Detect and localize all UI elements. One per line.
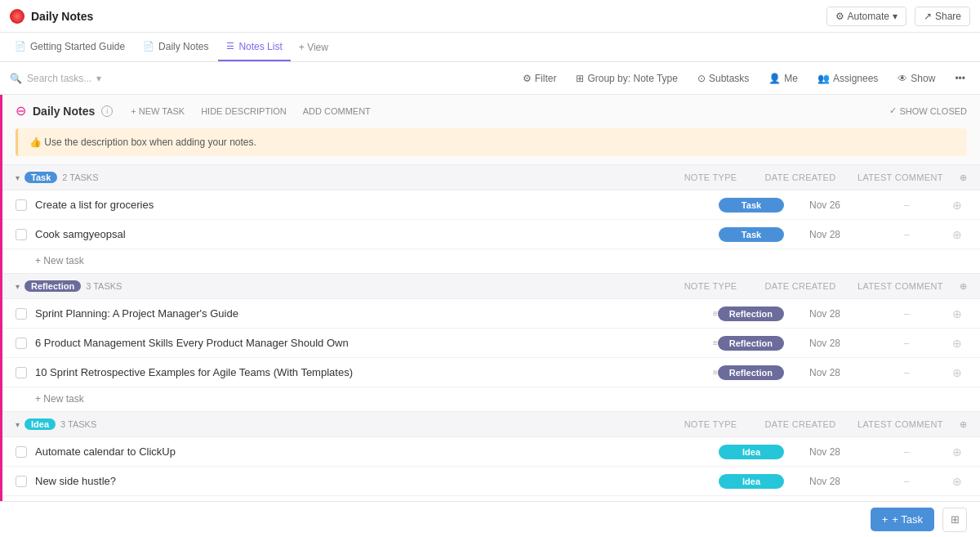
description-box: 👍 Use the description box when adding yo… — [16, 128, 967, 156]
list-header: ⊖ Daily Notes i + NEW TASK HIDE DESCRIPT… — [2, 95, 980, 123]
new-task-action-button[interactable]: + NEW TASK — [126, 105, 189, 118]
task-date-created: Nov 28 — [784, 308, 866, 320]
table-row: Automate calendar to ClickUp Idea Nov 28… — [2, 437, 980, 467]
automate-icon: ⚙ — [835, 11, 844, 22]
new-task-row: + New task — [2, 249, 980, 273]
section-reflection-rows: Sprint Planning: A Project Manager's Gui… — [2, 299, 980, 411]
task-checkbox[interactable] — [16, 229, 27, 240]
new-task-link[interactable]: + New task — [35, 255, 84, 266]
tab-daily-notes[interactable]: 📄 Daily Notes — [135, 33, 216, 61]
task-note-type-badge: Idea — [719, 445, 784, 459]
hide-description-action-button[interactable]: HIDE DESCRIPTION — [196, 105, 292, 118]
tab-label-daily-notes: Daily Notes — [158, 41, 208, 52]
task-name[interactable]: 6 Product Management Skills Every Produc… — [35, 337, 708, 349]
task-add-button[interactable]: ⊕ — [947, 337, 967, 350]
task-note-type-badge: Reflection — [718, 365, 784, 380]
top-bar-right: ⚙ Automate ▾ ↗ Share — [826, 7, 970, 26]
automate-button[interactable]: ⚙ Automate ▾ — [826, 7, 906, 26]
section-reflection-columns: NOTE TYPE DATE CREATED LATEST COMMENT ⊕ — [678, 281, 967, 292]
group-button[interactable]: ⊞ Group by: Note Type — [571, 70, 683, 87]
task-name[interactable]: New side hustle? — [35, 475, 719, 487]
automate-label: Automate — [848, 11, 889, 22]
section-idea-badge: Idea — [24, 418, 56, 430]
task-latest-comment: – — [866, 367, 947, 378]
add-column-reflection-button[interactable]: ⊕ — [960, 281, 967, 292]
section-idea-count: 3 TASKS — [60, 419, 96, 429]
subtasks-button[interactable]: ⊙ Subtasks — [693, 70, 754, 87]
info-icon[interactable]: i — [101, 105, 113, 117]
table-row: 10 Sprint Retrospective Examples for Agi… — [2, 358, 980, 387]
external-link-icon[interactable]: ≡ — [713, 368, 718, 377]
show-label: Show — [911, 73, 935, 84]
task-name[interactable]: Cook samgyeopsal — [35, 228, 719, 240]
section-reflection-count: 3 TASKS — [86, 281, 122, 291]
me-button[interactable]: 👤 Me — [764, 70, 803, 87]
task-checkbox[interactable] — [16, 199, 27, 211]
task-date-created: Nov 28 — [784, 476, 866, 487]
col-date-created-header: DATE CREATED — [760, 172, 841, 182]
task-add-button[interactable]: ⊕ — [947, 366, 967, 379]
task-checkbox[interactable] — [16, 446, 27, 458]
assignees-button[interactable]: 👥 Assignees — [813, 70, 883, 87]
search-placeholder: Search tasks... — [27, 73, 91, 84]
task-note-type-badge: Reflection — [718, 336, 784, 351]
new-task-link[interactable]: + New task — [35, 393, 84, 405]
task-note-type-badge: Idea — [719, 474, 784, 489]
task-name[interactable]: 10 Sprint Retrospective Examples for Agi… — [35, 366, 708, 378]
task-add-button[interactable]: ⊕ — [947, 199, 967, 212]
add-task-icon: + — [882, 513, 889, 526]
add-comment-action-button[interactable]: ADD COMMENT — [298, 105, 376, 118]
toolbar-right: ⚙ Filter ⊞ Group by: Note Type ⊙ Subtask… — [518, 70, 970, 87]
col-note-type-header: NOTE TYPE — [678, 281, 743, 291]
task-latest-comment: – — [866, 476, 947, 487]
add-task-button[interactable]: + + Task — [871, 508, 934, 531]
col-latest-comment-header: LATEST COMMENT — [858, 172, 943, 182]
section-idea-collapse-icon[interactable] — [16, 420, 20, 429]
share-button[interactable]: ↗ Share — [915, 7, 970, 26]
task-name[interactable]: Automate calendar to ClickUp — [35, 445, 719, 458]
external-link-icon[interactable]: ≡ — [713, 338, 718, 347]
task-note-type-badge: Task — [719, 227, 784, 242]
external-link-icon[interactable]: ≡ — [713, 309, 718, 318]
col-note-type-header: NOTE TYPE — [678, 419, 743, 429]
table-row: Sprint Planning: A Project Manager's Gui… — [2, 299, 980, 329]
task-checkbox[interactable] — [16, 308, 27, 320]
section-reflection-header: Reflection 3 TASKS NOTE TYPE DATE CREATE… — [2, 273, 980, 299]
task-add-button[interactable]: ⊕ — [947, 307, 967, 320]
section-task-collapse-icon[interactable] — [16, 173, 20, 182]
assignees-label: Assignees — [833, 73, 878, 84]
add-task-label: + Task — [892, 513, 923, 526]
share-label: Share — [935, 11, 961, 22]
tab-getting-started[interactable]: 📄 Getting Started Guide — [7, 33, 133, 61]
add-view-button[interactable]: + View — [292, 38, 335, 56]
section-reflection-collapse-icon[interactable] — [16, 282, 20, 291]
more-options-button[interactable]: ••• — [950, 70, 970, 87]
task-checkbox[interactable] — [16, 338, 27, 349]
task-add-button[interactable]: ⊕ — [947, 228, 967, 241]
show-closed-button[interactable]: ✓ SHOW CLOSED — [889, 105, 967, 116]
filter-icon: ⚙ — [523, 73, 532, 84]
show-button[interactable]: 👁 Show — [893, 70, 940, 87]
add-column-idea-button[interactable]: ⊕ — [960, 419, 967, 430]
search-area[interactable]: 🔍 Search tasks... ▾ — [10, 73, 101, 84]
task-add-button[interactable]: ⊕ — [947, 445, 967, 459]
filter-button[interactable]: ⚙ Filter — [518, 70, 562, 87]
grid-view-button[interactable]: ⊞ — [942, 508, 967, 532]
tab-notes-list[interactable]: ☰ Notes List — [218, 33, 290, 61]
toolbar: 🔍 Search tasks... ▾ ⚙ Filter ⊞ Group by:… — [0, 62, 980, 95]
add-column-task-button[interactable]: ⊕ — [960, 172, 967, 183]
task-name[interactable]: Sprint Planning: A Project Manager's Gui… — [35, 307, 708, 320]
list-section-wrap: ⊖ Daily Notes i + NEW TASK HIDE DESCRIPT… — [0, 95, 980, 537]
task-add-button[interactable]: ⊕ — [947, 475, 967, 488]
search-icon: 🔍 — [10, 73, 22, 84]
table-row: Create a list for groceries Task Nov 26 … — [2, 190, 980, 220]
task-name[interactable]: Create a list for groceries — [35, 199, 719, 211]
task-checkbox[interactable] — [16, 367, 27, 378]
list-collapse-icon[interactable]: ⊖ — [16, 103, 26, 119]
task-checkbox[interactable] — [16, 476, 27, 487]
col-note-type-header: NOTE TYPE — [678, 172, 743, 182]
section-idea-header: Idea 3 TASKS NOTE TYPE DATE CREATED LATE… — [2, 411, 980, 437]
tab-label-getting-started: Getting Started Guide — [30, 41, 125, 52]
task-latest-comment: – — [866, 229, 947, 240]
list-title: Daily Notes — [33, 105, 95, 118]
